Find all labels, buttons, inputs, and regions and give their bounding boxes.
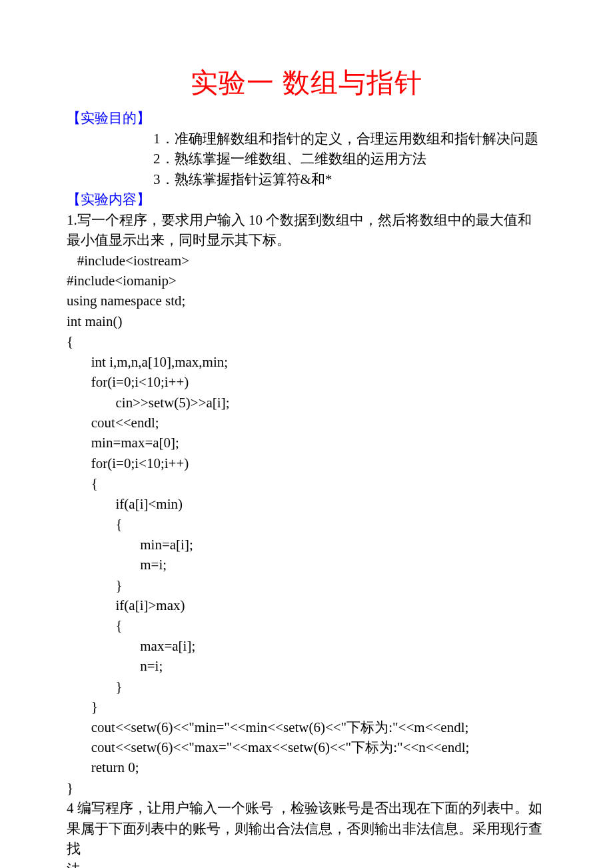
code-line: } [67, 677, 546, 697]
code-line: cout<<endl; [67, 413, 546, 433]
code-line: } [67, 697, 546, 717]
objectives-list: 1．准确理解数组和指针的定义，合理运用数组和指针解决问题 2．熟练掌握一维数组、… [67, 129, 546, 189]
problem-1: 1.写一个程序，要求用户输入 10 个数据到数组中，然后将数组中的最大值和 最小… [67, 210, 546, 799]
code-line: max=a[i]; [67, 636, 546, 656]
code-line: min=a[i]; [67, 535, 546, 555]
code-line: int i,m,n,a[10],max,min; [67, 352, 546, 372]
code-line: #include<iostream> [67, 251, 546, 271]
problem-description: 4 编写程序，让用户输入一个账号 ，检验该账号是否出现在下面的列表中。如 [67, 798, 546, 818]
code-line: using namespace std; [67, 291, 546, 311]
problem-description: 果属于下面列表中的账号，则输出合法信息，否则输出非法信息。采用现行查找 [67, 819, 546, 859]
problem-description: 法。 [67, 859, 546, 868]
code-line: { [67, 473, 546, 493]
document-title: 实验一 数组与指针 [67, 63, 546, 103]
code-line: #include<iomanip> [67, 271, 546, 291]
code-line: for(i=0;i<10;i++) [67, 453, 546, 473]
code-line: m=i; [67, 555, 546, 575]
code-line-output: cout<<setw(6)<<"min="<<min<<setw(6)<<"下标… [67, 717, 546, 737]
code-line: { [67, 331, 546, 351]
code-line: } [67, 575, 546, 595]
code-line-output: cout<<setw(6)<<"max="<<max<<setw(6)<<"下标… [67, 737, 546, 757]
code-line: cin>>setw(5)>>a[i]; [67, 393, 546, 413]
document-page: 实验一 数组与指针 【实验目的】 1．准确理解数组和指针的定义，合理运用数组和指… [0, 0, 613, 868]
code-line: if(a[i]>max) [67, 595, 546, 615]
code-line: for(i=0;i<10;i++) [67, 372, 546, 392]
code-line: } [67, 778, 546, 798]
objective-item: 1．准确理解数组和指针的定义，合理运用数组和指针解决问题 [67, 129, 546, 149]
code-line: if(a[i]<min) [67, 494, 546, 514]
code-line: { [67, 514, 546, 534]
code-line: return 0; [67, 757, 546, 777]
problem-description: 1.写一个程序，要求用户输入 10 个数据到数组中，然后将数组中的最大值和 [67, 210, 546, 230]
code-line: { [67, 615, 546, 635]
objective-item: 2．熟练掌握一维数组、二维数组的运用方法 [67, 149, 546, 169]
code-line: n=i; [67, 656, 546, 676]
objective-item: 3．熟练掌握指针运算符&和* [67, 169, 546, 189]
code-line: min=max=a[0]; [67, 433, 546, 453]
problem-4: 4 编写程序，让用户输入一个账号 ，检验该账号是否出现在下面的列表中。如 果属于… [67, 798, 546, 868]
section-header-objectives: 【实验目的】 [67, 108, 546, 128]
section-header-content: 【实验内容】 [67, 189, 546, 209]
problem-description: 最小值显示出来，同时显示其下标。 [67, 230, 546, 250]
code-line: int main() [67, 311, 546, 331]
